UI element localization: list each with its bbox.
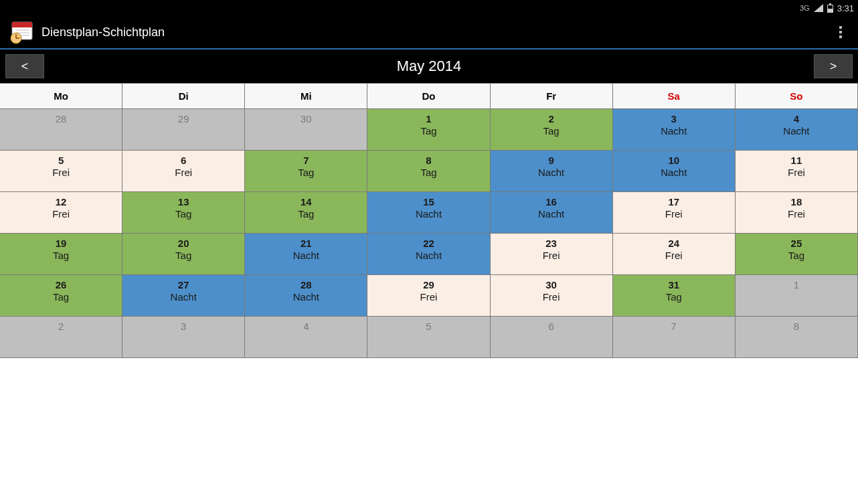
day-number: 31 [668, 279, 679, 290]
weekday-header: Sa [613, 84, 736, 109]
day-cell[interactable]: 17Frei [613, 192, 736, 234]
day-cell[interactable]: 4 [245, 317, 367, 358]
shift-label: Nacht [171, 291, 197, 303]
weekday-header: So [736, 84, 858, 109]
svg-rect-5 [12, 22, 32, 27]
day-cell[interactable]: 11Frei [736, 151, 858, 192]
day-cell[interactable]: 24Frei [613, 234, 736, 275]
day-cell[interactable]: 7 [613, 317, 736, 358]
day-number: 6 [181, 155, 186, 166]
day-number: 9 [548, 155, 553, 166]
network-indicator: 3G [800, 4, 810, 12]
day-number: 13 [178, 196, 189, 207]
day-number: 29 [423, 279, 434, 290]
day-cell[interactable]: 22Nacht [367, 234, 490, 275]
week-row: 2829301Tag2Tag3Nacht4Nacht [0, 109, 858, 151]
day-cell[interactable]: 6 [491, 317, 613, 358]
shift-label: Nacht [538, 208, 564, 220]
day-cell[interactable]: 14Tag [245, 192, 367, 234]
day-number: 20 [178, 238, 189, 249]
day-number: 5 [426, 321, 431, 332]
day-cell[interactable]: 7Tag [245, 151, 367, 192]
day-cell[interactable]: 18Frei [736, 192, 858, 234]
day-cell[interactable]: 31Tag [613, 275, 736, 317]
next-month-button[interactable]: > [814, 54, 853, 78]
day-cell[interactable]: 20Tag [122, 234, 245, 275]
day-cell[interactable]: 23Frei [491, 234, 613, 275]
day-number: 3 [671, 113, 677, 124]
day-cell[interactable]: 16Nacht [491, 192, 613, 234]
day-number: 2 [548, 113, 553, 124]
day-cell[interactable]: 19Tag [0, 234, 122, 275]
day-cell[interactable]: 29 [122, 109, 245, 151]
day-cell[interactable]: 2Tag [491, 109, 613, 151]
day-number: 8 [426, 155, 431, 166]
week-row: 26Tag27Nacht28Nacht29Frei30Frei31Tag1 [0, 275, 858, 317]
day-number: 2 [58, 321, 64, 332]
day-number: 21 [301, 238, 312, 249]
overflow-menu-icon[interactable] [833, 21, 849, 44]
day-cell[interactable]: 21Nacht [245, 234, 367, 275]
day-cell[interactable]: 8 [736, 317, 858, 358]
shift-label: Tag [298, 208, 314, 220]
day-number: 26 [56, 279, 67, 290]
day-number: 30 [301, 113, 312, 124]
day-cell[interactable]: 9Nacht [491, 151, 613, 192]
day-cell[interactable]: 4Nacht [736, 109, 858, 151]
app-title: Dienstplan-Schichtplan [41, 25, 165, 39]
day-number: 10 [668, 155, 679, 166]
day-cell[interactable]: 13Tag [122, 192, 245, 234]
shift-label: Tag [666, 291, 682, 303]
shift-label: Nacht [538, 167, 564, 178]
signal-icon [814, 4, 823, 12]
shift-label: Tag [53, 291, 69, 303]
battery-icon [827, 3, 833, 13]
shift-label: Frei [52, 208, 70, 220]
day-cell[interactable]: 3Nacht [613, 109, 736, 151]
shift-label: Tag [420, 167, 436, 178]
shift-label: Tag [420, 125, 436, 137]
day-cell[interactable]: 26Tag [0, 275, 122, 317]
day-number: 24 [668, 238, 679, 249]
day-cell[interactable]: 30Frei [491, 275, 613, 317]
day-number: 16 [545, 196, 557, 207]
day-cell[interactable]: 10Nacht [613, 151, 736, 192]
day-cell[interactable]: 25Tag [736, 234, 858, 275]
day-number: 28 [301, 279, 312, 290]
day-number: 8 [794, 321, 799, 332]
day-cell[interactable]: 27Nacht [122, 275, 245, 317]
day-cell[interactable]: 5 [367, 317, 490, 358]
day-number: 14 [301, 196, 312, 207]
day-cell[interactable]: 12Frei [0, 192, 122, 234]
day-number: 11 [791, 155, 802, 166]
day-number: 19 [56, 238, 67, 249]
shift-label: Tag [175, 208, 191, 220]
day-cell[interactable]: 6Frei [122, 151, 245, 192]
day-cell[interactable]: 28Nacht [245, 275, 367, 317]
weekday-header: Di [122, 84, 245, 109]
day-cell[interactable]: 8Tag [367, 151, 490, 192]
day-cell[interactable]: 15Nacht [367, 192, 490, 234]
week-row: 2345678 [0, 317, 858, 358]
prev-month-button[interactable]: < [5, 54, 44, 78]
svg-rect-1 [829, 3, 831, 5]
day-cell[interactable]: 30 [245, 109, 367, 151]
day-cell[interactable]: 2 [0, 317, 122, 358]
day-cell[interactable]: 5Frei [0, 151, 122, 192]
shift-label: Frei [665, 208, 683, 220]
week-row: 12Frei13Tag14Tag15Nacht16Nacht17Frei18Fr… [0, 192, 858, 234]
day-number: 30 [545, 279, 557, 290]
day-cell[interactable]: 1 [736, 275, 858, 317]
shift-label: Frei [788, 167, 805, 178]
shift-label: Nacht [416, 250, 442, 261]
day-cell[interactable]: 29Frei [367, 275, 490, 317]
day-number: 17 [668, 196, 679, 207]
day-cell[interactable]: 3 [122, 317, 245, 358]
shift-label: Nacht [661, 125, 687, 137]
day-number: 12 [56, 196, 67, 207]
day-number: 5 [58, 155, 64, 166]
day-cell[interactable]: 1Tag [367, 109, 490, 151]
shift-label: Tag [53, 250, 69, 261]
day-cell[interactable]: 28 [0, 109, 122, 151]
day-number: 1 [794, 279, 799, 290]
